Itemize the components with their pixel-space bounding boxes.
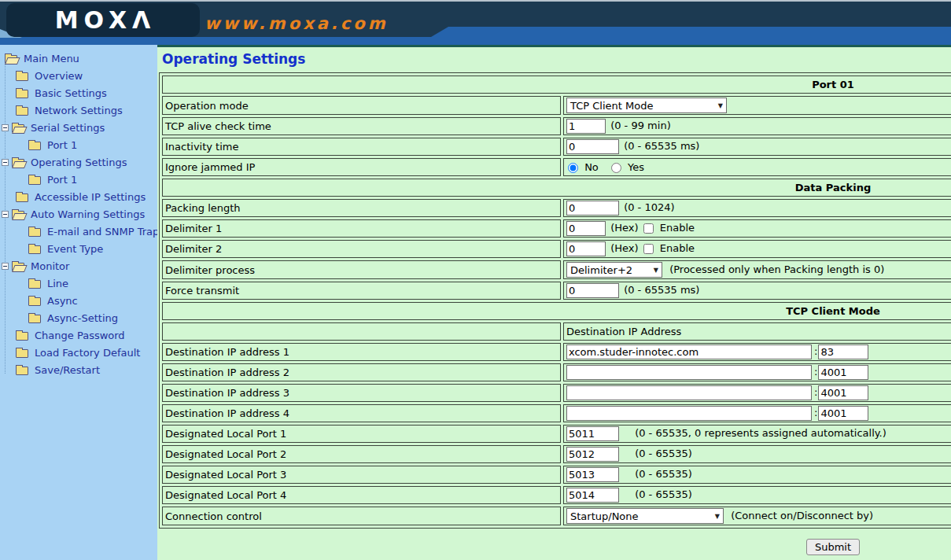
table-row-tcp-alive-check-time: TCP alive check time (0 - 99 min) (162, 117, 951, 135)
header-bar: MOXΛ www.moxa.com (0, 2, 951, 45)
connection-control-select[interactable]: Startup/None ▼ (566, 508, 724, 524)
delimiter-1-input[interactable] (566, 221, 606, 236)
folder-icon (28, 297, 41, 306)
table-row-force-transmit: Force transmit (0 - 65535 ms) (162, 282, 951, 300)
destination-ip-1-input[interactable] (566, 344, 812, 359)
destination-ip-3-input[interactable] (566, 385, 812, 400)
sidebar-item-main-menu[interactable]: Main Menu (0, 50, 157, 67)
table-row-local-port-1: Designated Local Port 1 (0 - 65535, 0 re… (162, 425, 951, 443)
table-row-local-port-4: Designated Local Port 4 (0 - 65535) (162, 486, 951, 504)
folder-open-icon (12, 159, 24, 168)
table-row-destination-ip-header: Destination IP Address (162, 322, 951, 341)
hex-hint: (Hex) (610, 242, 638, 254)
delimiter-2-input[interactable] (566, 241, 606, 256)
local-port-3-input[interactable] (566, 467, 619, 482)
table-row-local-port-2: Designated Local Port 2 (0 - 65535) (162, 445, 951, 463)
table-row-tcp-client-mode-header: TCP Client Mode (162, 302, 951, 320)
collapse-minus-icon[interactable] (2, 211, 9, 218)
inactivity-time-input[interactable] (566, 139, 619, 154)
sidebar-item-line[interactable]: Line (0, 274, 157, 292)
port-separator: : (814, 407, 817, 418)
enable-label: Enable (660, 242, 695, 254)
submit-button[interactable]: Submit (806, 539, 860, 555)
local-port-2-input[interactable] (566, 447, 619, 462)
sidebar-item-basic-settings[interactable]: Basic Settings (0, 84, 157, 101)
force-transmit-input[interactable] (566, 283, 619, 298)
folder-icon (16, 193, 28, 202)
tcp-client-mode-section-header: TCP Client Mode (162, 302, 951, 320)
folder-icon (16, 72, 28, 81)
ignore-jammed-ip-no-radio[interactable] (568, 163, 578, 173)
operation-mode-select[interactable]: TCP Client Mode ▼ (566, 98, 727, 113)
submit-row: Submit (159, 539, 951, 555)
destination-port-2-input[interactable] (818, 365, 868, 380)
empty-cell (162, 322, 561, 341)
delimiter-1-enable-checkbox[interactable] (643, 223, 654, 234)
row-label: Destination IP address 4 (162, 404, 561, 422)
ignore-jammed-ip-yes-radio[interactable] (611, 163, 621, 173)
destination-ip-2-input[interactable] (566, 365, 812, 380)
sidebar-item-auto-warning-settings[interactable]: Auto Warning Settings (0, 205, 157, 223)
sidebar-item-serial-port-1[interactable]: Port 1 (0, 136, 157, 153)
port-separator: : (814, 366, 817, 378)
table-row-destination-ip-4: Destination IP address 4 : (162, 404, 951, 422)
destination-ip-4-input[interactable] (566, 406, 812, 421)
data-packing-section-header: Data Packing (162, 179, 951, 197)
row-label: Designated Local Port 4 (162, 486, 561, 504)
destination-port-3-input[interactable] (818, 385, 868, 400)
row-hint: (Connect on/Disconnect by) (731, 510, 873, 521)
sidebar-item-monitor[interactable]: Monitor (0, 257, 157, 274)
sidebar-item-overview[interactable]: Overview (0, 67, 157, 84)
sidebar-item-load-factory-default[interactable]: Load Factory Default (0, 344, 157, 361)
folder-icon (16, 90, 28, 98)
row-hint: (0 - 1024) (624, 201, 674, 213)
tcp-alive-check-time-input[interactable] (566, 119, 606, 134)
sidebar-item-operating-settings[interactable]: Operating Settings (0, 153, 157, 171)
folder-open-icon (5, 55, 17, 64)
row-label: TCP alive check time (162, 117, 561, 135)
packing-length-input[interactable] (566, 201, 619, 216)
sidebar-item-network-settings[interactable]: Network Settings (0, 101, 157, 119)
destination-port-1-input[interactable] (818, 344, 868, 359)
row-hint: (Processed only when Packing length is 0… (669, 263, 884, 275)
row-label: Destination IP address 3 (162, 384, 561, 402)
select-value: TCP Client Mode (570, 100, 653, 112)
folder-icon (28, 280, 41, 289)
sidebar-item-save-restart[interactable]: Save/Restart (0, 361, 157, 378)
delimiter-2-enable-checkbox[interactable] (643, 244, 654, 254)
table-row-ignore-jammed-ip: Ignore jammed IP No Yes (162, 158, 951, 176)
sidebar: Main Menu Overview Basic Settings Networ… (0, 45, 157, 560)
navigation-tree: Main Menu Overview Basic Settings Networ… (0, 45, 157, 378)
row-hint: (0 - 99 min) (610, 120, 671, 131)
local-port-1-input[interactable] (566, 426, 619, 441)
dropdown-arrow-icon: ▼ (654, 267, 658, 274)
row-hint: (0 - 65535, 0 represents assigned automa… (635, 427, 886, 439)
sidebar-item-event-type[interactable]: Event Type (0, 240, 157, 257)
select-value: Delimiter+2 (570, 264, 632, 276)
delimiter-process-select[interactable]: Delimiter+2 ▼ (566, 262, 662, 278)
sidebar-item-operating-port-1[interactable]: Port 1 (0, 171, 157, 188)
destination-port-4-input[interactable] (818, 406, 868, 421)
sidebar-item-async-setting[interactable]: Async-Setting (0, 309, 157, 326)
sidebar-item-async[interactable]: Async (0, 292, 157, 309)
row-label: Force transmit (162, 282, 561, 300)
row-label: Designated Local Port 1 (162, 425, 561, 443)
sidebar-item-change-password[interactable]: Change Password (0, 326, 157, 344)
dropdown-arrow-icon: ▼ (718, 102, 723, 109)
settings-table: Port 01 Operation mode TCP Client Mode ▼… (159, 72, 951, 529)
collapse-minus-icon[interactable] (2, 159, 9, 166)
folder-icon (28, 245, 41, 254)
port-section-header: Port 01 (162, 76, 951, 94)
sidebar-item-accessible-ip-settings[interactable]: Accessible IP Settings (0, 188, 157, 205)
dropdown-arrow-icon: ▼ (715, 513, 720, 520)
sidebar-item-serial-settings[interactable]: Serial Settings (0, 119, 157, 136)
local-port-4-input[interactable] (566, 488, 619, 503)
enable-label: Enable (660, 222, 695, 234)
collapse-minus-icon[interactable] (2, 263, 9, 270)
sidebar-item-email-and-snmp-trap[interactable]: E-mail and SNMP Trap (0, 223, 157, 240)
moxa-logo: MOXΛ (6, 3, 200, 37)
collapse-minus-icon[interactable] (2, 124, 9, 131)
table-row-operation-mode: Operation mode TCP Client Mode ▼ (162, 96, 951, 115)
table-row-port-header: Port 01 (162, 76, 951, 94)
hex-hint: (Hex) (610, 222, 638, 234)
